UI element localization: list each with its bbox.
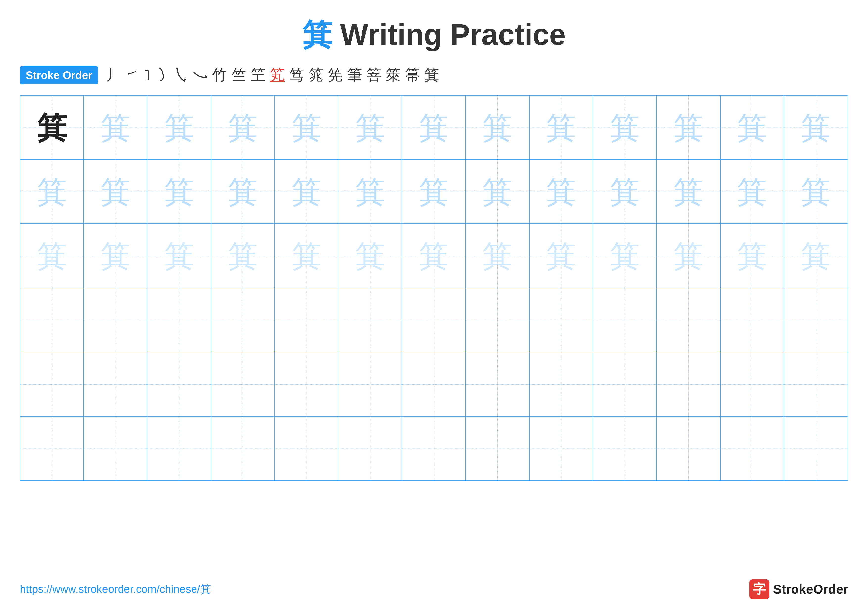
cell-character: 箕 <box>355 177 385 207</box>
grid-cell-1-4[interactable]: 箕 <box>275 160 338 224</box>
grid-cell-0-12[interactable]: 箕 <box>784 96 848 159</box>
cell-character: 箕 <box>37 177 67 207</box>
grid-cell-3-8[interactable] <box>530 288 593 352</box>
grid-cell-0-7[interactable]: 箕 <box>466 96 530 159</box>
grid-cell-0-6[interactable]: 箕 <box>402 96 466 159</box>
grid-cell-0-0[interactable]: 箕 <box>20 96 84 159</box>
grid-cell-5-4[interactable] <box>275 417 338 480</box>
stroke-order-badge[interactable]: Stroke Order <box>20 66 98 84</box>
cell-character: 箕 <box>546 177 576 207</box>
grid-cell-3-7[interactable] <box>466 288 530 352</box>
grid-cell-4-8[interactable] <box>530 353 593 416</box>
grid-cell-2-0[interactable]: 箕 <box>20 224 84 288</box>
grid-cell-1-11[interactable]: 箕 <box>721 160 784 224</box>
cell-character: 箕 <box>801 113 831 142</box>
grid-cell-2-10[interactable]: 箕 <box>657 224 720 288</box>
grid-cell-1-7[interactable]: 箕 <box>466 160 530 224</box>
grid-cell-2-5[interactable]: 箕 <box>338 224 402 288</box>
grid-cell-1-12[interactable]: 箕 <box>784 160 848 224</box>
grid-cell-3-1[interactable] <box>84 288 147 352</box>
grid-cell-1-1[interactable]: 箕 <box>84 160 147 224</box>
grid-cell-4-0[interactable] <box>20 353 84 416</box>
grid-cell-1-9[interactable]: 箕 <box>593 160 657 224</box>
grid-cell-0-3[interactable]: 箕 <box>211 96 275 159</box>
cell-character: 箕 <box>482 177 512 207</box>
stroke-step-14: 箁 <box>366 65 381 85</box>
grid-cell-5-1[interactable] <box>84 417 147 480</box>
grid-cell-0-8[interactable]: 箕 <box>530 96 593 159</box>
grid-cell-3-0[interactable] <box>20 288 84 352</box>
grid-cell-1-2[interactable]: 箕 <box>147 160 211 224</box>
grid-cell-0-1[interactable]: 箕 <box>84 96 147 159</box>
grid-cell-1-10[interactable]: 箕 <box>657 160 720 224</box>
grid-cell-0-4[interactable]: 箕 <box>275 96 338 159</box>
stroke-step-8: 笁 <box>251 65 265 85</box>
grid-cell-5-10[interactable] <box>657 417 720 480</box>
brand-logo: 字 StrokeOrder <box>749 579 848 599</box>
grid-cell-5-5[interactable] <box>338 417 402 480</box>
grid-cell-1-0[interactable]: 箕 <box>20 160 84 224</box>
grid-cell-0-10[interactable]: 箕 <box>657 96 720 159</box>
grid-cell-5-8[interactable] <box>530 417 593 480</box>
grid-cell-4-4[interactable] <box>275 353 338 416</box>
grid-cell-3-6[interactable] <box>402 288 466 352</box>
grid-cell-3-10[interactable] <box>657 288 720 352</box>
grid-cell-2-4[interactable]: 箕 <box>275 224 338 288</box>
grid-cell-5-9[interactable] <box>593 417 657 480</box>
cell-character: 箕 <box>801 241 831 271</box>
grid-cell-3-9[interactable] <box>593 288 657 352</box>
grid-row-4 <box>20 353 848 417</box>
grid-cell-4-11[interactable] <box>721 353 784 416</box>
grid-cell-1-8[interactable]: 箕 <box>530 160 593 224</box>
grid-cell-0-2[interactable]: 箕 <box>147 96 211 159</box>
grid-cell-2-6[interactable]: 箕 <box>402 224 466 288</box>
grid-cell-4-3[interactable] <box>211 353 275 416</box>
cell-character: 箕 <box>737 113 767 142</box>
grid-cell-5-2[interactable] <box>147 417 211 480</box>
grid-cell-4-10[interactable] <box>657 353 720 416</box>
grid-cell-5-12[interactable] <box>784 417 848 480</box>
grid-cell-2-7[interactable]: 箕 <box>466 224 530 288</box>
grid-cell-1-5[interactable]: 箕 <box>338 160 402 224</box>
cell-character: 箕 <box>228 113 257 142</box>
stroke-step-2: 𠃋 <box>144 67 150 84</box>
grid-cell-0-9[interactable]: 箕 <box>593 96 657 159</box>
grid-cell-2-2[interactable]: 箕 <box>147 224 211 288</box>
grid-cell-4-5[interactable] <box>338 353 402 416</box>
stroke-step-6: 竹 <box>212 65 227 85</box>
stroke-step-17: 箕 <box>424 65 439 85</box>
grid-cell-2-1[interactable]: 箕 <box>84 224 147 288</box>
grid-cell-2-8[interactable]: 箕 <box>530 224 593 288</box>
grid-cell-4-1[interactable] <box>84 353 147 416</box>
grid-cell-4-7[interactable] <box>466 353 530 416</box>
grid-cell-3-4[interactable] <box>275 288 338 352</box>
grid-cell-1-6[interactable]: 箕 <box>402 160 466 224</box>
grid-cell-5-0[interactable] <box>20 417 84 480</box>
grid-cell-5-11[interactable] <box>721 417 784 480</box>
grid-cell-2-12[interactable]: 箕 <box>784 224 848 288</box>
grid-cell-0-5[interactable]: 箕 <box>338 96 402 159</box>
grid-cell-4-9[interactable] <box>593 353 657 416</box>
grid-cell-3-11[interactable] <box>721 288 784 352</box>
grid-cell-4-12[interactable] <box>784 353 848 416</box>
grid-cell-3-2[interactable] <box>147 288 211 352</box>
grid-cell-0-11[interactable]: 箕 <box>721 96 784 159</box>
cell-character: 箕 <box>737 241 767 271</box>
cell-character: 箕 <box>292 113 321 142</box>
grid-cell-2-3[interactable]: 箕 <box>211 224 275 288</box>
grid-cell-1-3[interactable]: 箕 <box>211 160 275 224</box>
cell-character: 箕 <box>546 113 576 142</box>
grid-cell-4-2[interactable] <box>147 353 211 416</box>
footer-url[interactable]: https://www.strokeorder.com/chinese/箕 <box>20 582 211 597</box>
grid-cell-2-11[interactable]: 箕 <box>721 224 784 288</box>
grid-cell-5-7[interactable] <box>466 417 530 480</box>
grid-cell-3-12[interactable] <box>784 288 848 352</box>
grid-cell-3-5[interactable] <box>338 288 402 352</box>
grid-cell-5-3[interactable] <box>211 417 275 480</box>
grid-cell-5-6[interactable] <box>402 417 466 480</box>
grid-cell-2-9[interactable]: 箕 <box>593 224 657 288</box>
brand-name: StrokeOrder <box>773 582 848 597</box>
grid-cell-4-6[interactable] <box>402 353 466 416</box>
title-char: 箕 <box>302 18 332 51</box>
grid-cell-3-3[interactable] <box>211 288 275 352</box>
